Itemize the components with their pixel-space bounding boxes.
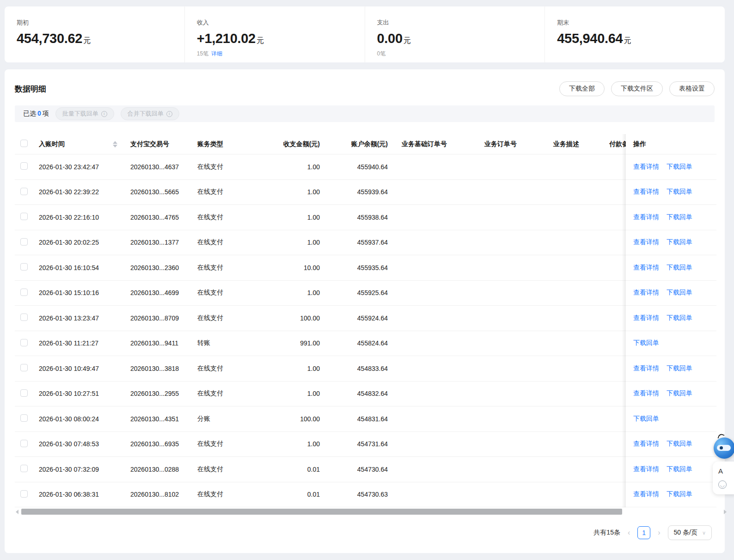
cell-checkbox [15, 414, 39, 423]
download-receipt-link[interactable]: 下载回单 [633, 339, 659, 347]
cell-checkbox [15, 263, 39, 272]
col-account-type: 账务类型 [197, 140, 260, 148]
download-receipt-link[interactable]: 下载回单 [667, 364, 692, 373]
cell-account-type: 在线支付 [197, 213, 260, 222]
row-checkbox[interactable] [20, 238, 28, 246]
col-entry-time: 入账时间 [39, 140, 130, 148]
row-checkbox[interactable] [20, 490, 28, 498]
cell-amount: 0.01 [260, 491, 321, 498]
assistant-panel[interactable]: A ◡ [713, 462, 734, 494]
scroll-left-icon[interactable] [16, 510, 18, 514]
col-amount: 收支金额(元) [260, 140, 321, 148]
view-detail-link[interactable]: 查看详情 [633, 465, 659, 474]
row-checkbox[interactable] [20, 389, 28, 397]
cell-actions: 查看详情下载回单 [626, 255, 716, 280]
view-detail-link[interactable]: 查看详情 [633, 389, 659, 398]
download-receipt-link[interactable]: 下载回单 [633, 415, 659, 423]
download-receipt-link[interactable]: 下载回单 [667, 213, 692, 222]
view-detail-link[interactable]: 查看详情 [633, 264, 659, 272]
row-checkbox[interactable] [20, 364, 28, 371]
download-all-button[interactable]: 下载全部 [559, 81, 605, 96]
transactions-table: 入账时间 支付宝交易号 账务类型 收支金额(元) 账户余额(元) 业务基础订单号… [15, 134, 716, 507]
selection-count: 0 [36, 110, 43, 117]
view-detail-link[interactable]: 查看详情 [633, 188, 659, 196]
assistant-widget[interactable]: A ◡ [713, 437, 734, 494]
next-page-icon[interactable]: › [658, 529, 660, 536]
merge-download-receipt-button[interactable]: 合并下载回单i [121, 107, 179, 120]
row-checkbox[interactable] [20, 465, 28, 472]
scroll-right-icon[interactable] [724, 510, 727, 514]
robot-assistant-icon[interactable] [714, 437, 734, 459]
row-checkbox[interactable] [20, 162, 28, 170]
cell-balance: 454831.64 [321, 415, 389, 423]
cell-transaction-id: 20260130...4765 [130, 214, 197, 221]
row-checkbox[interactable] [20, 440, 28, 447]
horizontal-scrollbar[interactable] [15, 509, 728, 516]
cell-actions: 查看详情下载回单 [626, 356, 716, 381]
cell-transaction-id: 20260130...8102 [130, 491, 197, 498]
cell-balance: 454730.64 [321, 466, 389, 473]
selection-bar: 已选0项 批量下载回单i 合并下载回单i [15, 105, 715, 122]
download-receipt-link[interactable]: 下载回单 [667, 238, 692, 246]
table-settings-button[interactable]: 表格设置 [669, 81, 715, 96]
row-checkbox[interactable] [20, 213, 28, 220]
view-detail-link[interactable]: 查看详情 [633, 289, 659, 297]
cell-account-type: 在线支付 [197, 490, 260, 498]
page-size-select[interactable]: 50 条/页∨ [668, 525, 712, 540]
view-detail-link[interactable]: 查看详情 [633, 440, 659, 448]
cell-actions: 查看详情下载回单 [626, 154, 716, 179]
view-detail-link[interactable]: 查看详情 [633, 364, 659, 373]
download-receipt-link[interactable]: 下载回单 [667, 188, 692, 196]
row-checkbox[interactable] [20, 289, 28, 296]
cell-checkbox [15, 339, 39, 348]
scrollbar-thumb[interactable] [21, 509, 622, 515]
info-icon: i [166, 111, 172, 117]
download-receipt-link[interactable]: 下载回单 [667, 264, 692, 272]
cell-entry-time: 2026-01-30 23:42:47 [39, 163, 130, 171]
view-detail-link[interactable]: 查看详情 [633, 490, 659, 498]
view-detail-link[interactable]: 查看详情 [633, 314, 659, 322]
download-receipt-link[interactable]: 下载回单 [667, 440, 692, 448]
prev-page-icon[interactable]: ‹ [628, 529, 630, 536]
assistant-panel-text: A [718, 467, 734, 475]
download-receipt-link[interactable]: 下载回单 [667, 163, 692, 171]
cell-checkbox [15, 162, 39, 171]
income-detail-link[interactable]: 详细 [211, 50, 222, 57]
download-receipt-link[interactable]: 下载回单 [667, 465, 692, 474]
download-receipt-link[interactable]: 下载回单 [667, 389, 692, 398]
view-detail-link[interactable]: 查看详情 [633, 213, 659, 222]
row-checkbox[interactable] [20, 314, 28, 321]
cell-account-type: 转账 [197, 339, 260, 347]
cell-entry-time: 2026-01-30 06:38:31 [39, 491, 130, 498]
cell-balance: 455937.64 [321, 239, 389, 246]
download-receipt-link[interactable]: 下载回单 [667, 490, 692, 498]
download-receipt-link[interactable]: 下载回单 [667, 289, 692, 297]
table-row: 2026-01-30 11:21:2720260130...9411转账991.… [15, 331, 716, 357]
summary-expense: 支出 0.00元 0笔 [365, 6, 545, 62]
cell-transaction-id: 20260130...0288 [130, 466, 197, 473]
cell-checkbox [15, 389, 39, 398]
sort-icon[interactable] [113, 141, 117, 148]
table-row: 2026-01-30 22:39:2220260130...5665在线支付1.… [15, 180, 716, 205]
cell-account-type: 在线支付 [197, 188, 260, 196]
row-checkbox[interactable] [20, 263, 28, 271]
cell-balance: 455924.64 [321, 314, 389, 322]
summary-expense-sub: 0笔 [377, 50, 545, 58]
select-all-checkbox[interactable] [20, 140, 28, 147]
row-checkbox[interactable] [20, 414, 28, 422]
cell-balance: 455938.64 [321, 214, 389, 221]
batch-download-receipt-button[interactable]: 批量下载回单i [55, 107, 114, 120]
download-receipt-link[interactable]: 下载回单 [667, 314, 692, 322]
table-row: 2026-01-30 08:00:2420260130...4351分账100.… [15, 406, 716, 432]
view-detail-link[interactable]: 查看详情 [633, 238, 659, 246]
download-files-button[interactable]: 下载文件区 [611, 81, 663, 96]
summary-opening-label: 期初 [17, 18, 184, 27]
row-checkbox[interactable] [20, 339, 28, 346]
current-page-button[interactable]: 1 [637, 526, 650, 539]
cell-actions: 下载回单 [626, 406, 716, 431]
view-detail-link[interactable]: 查看详情 [633, 163, 659, 171]
summary-expense-label: 支出 [377, 18, 545, 27]
row-checkbox[interactable] [20, 188, 28, 195]
info-icon: i [101, 111, 107, 117]
cell-entry-time: 2026-01-30 07:48:53 [39, 440, 130, 448]
